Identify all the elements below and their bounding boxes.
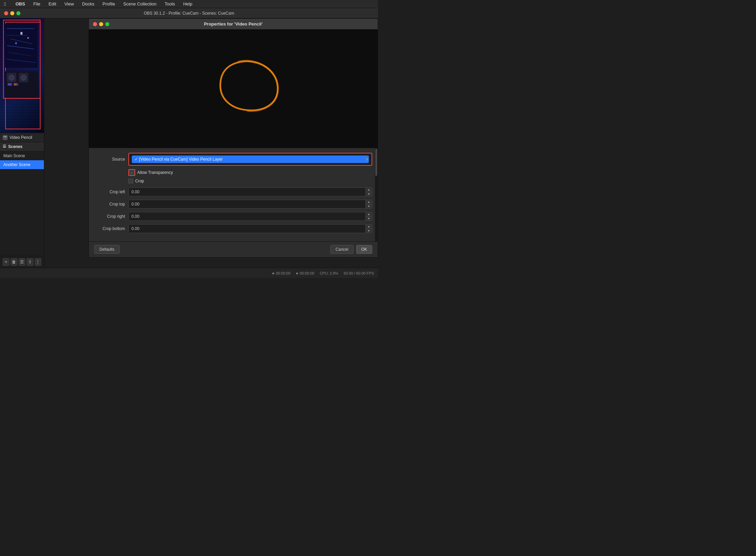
add-scene-button[interactable]: +	[3, 258, 9, 266]
crop-top-label: Crop top	[94, 202, 125, 207]
allow-transparency-checkbox[interactable]: ✓	[129, 170, 134, 175]
content-area: Properties for 'Video Pencil'	[44, 18, 378, 268]
crop-left-input[interactable]	[129, 188, 365, 196]
move-up-button[interactable]: ⇧	[27, 258, 33, 266]
source-dropdown-wrap: ✓ [Video Pencil via CueCam] Video Pencil…	[128, 153, 372, 166]
crop-right-row: Crop right ▲ ▼	[94, 212, 372, 221]
crop-bottom-buttons: ▲ ▼	[365, 225, 372, 233]
menu-tools[interactable]: Tools	[163, 1, 176, 7]
stream-time: 00:00:00	[300, 271, 314, 275]
menu-docks[interactable]: Docks	[81, 1, 96, 7]
crop-top-row: Crop top ▲ ▼	[94, 200, 372, 209]
scenes-header: ☰ Scenes	[0, 142, 44, 151]
menu-obs[interactable]: OBS	[14, 1, 26, 7]
crop-bottom-input[interactable]	[129, 225, 365, 233]
menu-view[interactable]: View	[63, 1, 75, 7]
crop-left-buttons: ▲ ▼	[365, 188, 372, 196]
menu-scene-collection[interactable]: Scene Collection	[122, 1, 158, 7]
menu-edit[interactable]: Edit	[47, 1, 58, 7]
recording-icon: ●	[272, 271, 274, 276]
crop-left-row: Crop left ▲ ▼	[94, 187, 372, 196]
recording-time: 00:00:00	[276, 271, 290, 275]
menu-profile[interactable]: Profile	[101, 1, 116, 7]
crop-checkbox[interactable]	[128, 179, 133, 183]
crop-row: Crop	[128, 179, 372, 183]
crop-right-down[interactable]: ▼	[366, 216, 372, 220]
status-stream-time: ● 00:00:00	[296, 271, 314, 276]
menu-help[interactable]: Help	[182, 1, 194, 7]
dialog-minimize-button[interactable]	[99, 22, 103, 26]
sidebar: 📷 Video Pencil ☰ Scenes Main Scene Anoth…	[0, 18, 44, 268]
properties-dialog[interactable]: Properties for 'Video Pencil'	[89, 18, 378, 258]
dialog-body: Source ✓ [Video Pencil via CueCam] Video…	[89, 148, 378, 241]
crop-left-down[interactable]: ▼	[366, 192, 372, 196]
crop-bottom-label: Crop bottom	[94, 226, 125, 231]
scene-item-another[interactable]: Another Scene	[0, 160, 44, 169]
dialog-close-button[interactable]	[93, 22, 97, 26]
crop-right-input[interactable]	[129, 212, 365, 220]
dialog-title: Properties for 'Video Pencil'	[93, 21, 374, 27]
crop-left-spinbox: ▲ ▼	[128, 187, 372, 196]
dialog-preview-content	[89, 30, 378, 148]
dialog-scrollbar[interactable]	[375, 148, 378, 241]
crop-top-down[interactable]: ▼	[366, 204, 372, 208]
crop-bottom-up[interactable]: ▲	[366, 225, 372, 229]
svg-point-15	[21, 75, 26, 80]
apple-menu[interactable]: 	[3, 0, 7, 7]
scenes-header-icon: ☰	[3, 144, 6, 149]
crop-label: Crop	[135, 179, 144, 183]
dialog-titlebar: Properties for 'Video Pencil'	[89, 19, 378, 30]
window-title: OBS 30.1.2 - Profile: CueCam - Scenes: C…	[144, 11, 234, 16]
dialog-footer: Defaults Cancel OK	[89, 241, 378, 257]
crop-top-buttons: ▲ ▼	[365, 200, 372, 208]
defaults-button[interactable]: Defaults	[94, 245, 120, 254]
minimize-button[interactable]	[10, 11, 14, 15]
svg-rect-10	[27, 37, 29, 39]
source-item: 📷 Video Pencil	[0, 133, 44, 142]
main-layout: 📷 Video Pencil ☰ Scenes Main Scene Anoth…	[0, 18, 378, 268]
stream-icon: ●	[296, 271, 298, 276]
more-button[interactable]: ⋮	[35, 258, 41, 266]
crop-top-up[interactable]: ▲	[366, 200, 372, 204]
crop-top-spinbox: ▲ ▼	[128, 200, 372, 209]
source-row: Source ✓ [Video Pencil via CueCam] Video…	[94, 153, 372, 166]
dialog-preview	[89, 30, 378, 148]
crop-bottom-down[interactable]: ▼	[366, 229, 372, 233]
dialog-maximize-button[interactable]	[105, 22, 109, 26]
maximize-button[interactable]	[16, 11, 20, 15]
crop-bottom-row: Crop bottom ▲ ▼	[94, 224, 372, 233]
scenes-section: ☰ Scenes Main Scene Another Scene	[0, 142, 44, 256]
menu-file[interactable]: File	[32, 1, 42, 7]
scenes-header-label: Scenes	[8, 144, 22, 149]
svg-point-14	[9, 75, 14, 80]
fps-display: 60.00 / 60.00 FPS	[344, 271, 374, 275]
dialog-scrollbar-thumb[interactable]	[375, 149, 377, 176]
crop-left-up[interactable]: ▲	[366, 188, 372, 192]
source-dropdown-arrow-icon: ▼	[365, 157, 369, 162]
ok-button[interactable]: OK	[356, 245, 372, 254]
source-dropdown[interactable]: ✓ [Video Pencil via CueCam] Video Pencil…	[128, 153, 372, 166]
allow-transparency-checkbox-wrap: ✓	[128, 169, 135, 176]
crop-top-input[interactable]	[129, 200, 365, 208]
cancel-button[interactable]: Cancel	[330, 245, 353, 254]
svg-rect-19	[14, 83, 17, 85]
source-name: Video Pencil	[10, 135, 32, 140]
crop-right-up[interactable]: ▲	[366, 212, 372, 216]
titlebar: OBS 30.1.2 - Profile: CueCam - Scenes: C…	[0, 8, 378, 18]
sidebar-bottom: + 🗑 ☰ ⇧ ⋮	[0, 256, 44, 268]
dialog-action-buttons: Cancel OK	[330, 245, 372, 254]
status-recording-time: ● 00:00:00	[272, 271, 290, 276]
status-fps: 60.00 / 60.00 FPS	[344, 271, 374, 275]
close-button[interactable]	[4, 11, 8, 15]
allow-transparency-label: Allow Transparency	[137, 170, 173, 175]
remove-scene-button[interactable]: 🗑	[11, 258, 17, 266]
preview-area	[0, 18, 44, 133]
toggle-button[interactable]: ☰	[19, 258, 25, 266]
menubar:  OBS File Edit View Docks Profile Scene…	[0, 0, 378, 8]
svg-rect-8	[20, 32, 22, 35]
cpu-usage: CPU: 2.8%	[320, 271, 338, 275]
scene-item-main[interactable]: Main Scene	[0, 151, 44, 160]
source-icon: 📷	[3, 135, 7, 140]
orange-circle-drawing	[213, 55, 281, 116]
window-controls	[4, 11, 20, 15]
